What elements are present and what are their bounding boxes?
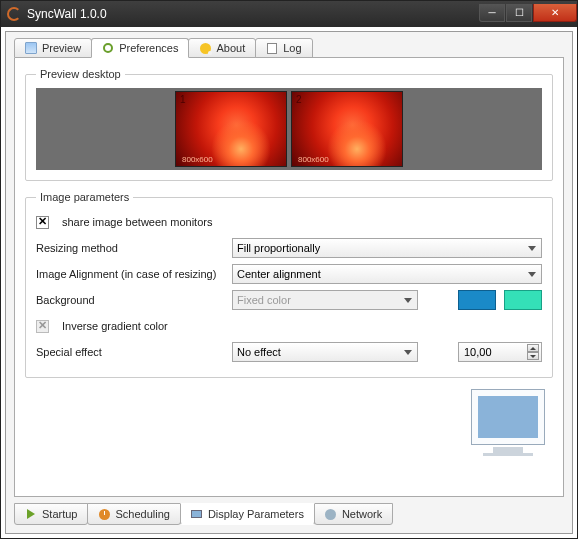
- effect-label: Special effect: [36, 346, 102, 358]
- share-image-checkbox[interactable]: [36, 216, 49, 229]
- close-button[interactable]: ✕: [533, 4, 577, 22]
- globe-icon: [325, 509, 336, 520]
- clock-icon: [99, 509, 110, 520]
- maximize-button[interactable]: ☐: [506, 4, 532, 22]
- tab-label: Network: [342, 508, 382, 520]
- alignment-value: Center alignment: [237, 268, 321, 280]
- tab-label: About: [216, 42, 245, 54]
- tab-about[interactable]: About: [188, 38, 256, 58]
- tab-preferences[interactable]: Preferences: [91, 38, 189, 58]
- titlebar[interactable]: SyncWall 1.0.0 ─ ☐ ✕: [1, 1, 577, 27]
- tab-preview[interactable]: Preview: [14, 38, 92, 58]
- minimize-button[interactable]: ─: [479, 4, 505, 22]
- spinner-up[interactable]: [527, 344, 539, 352]
- client-area: Preview Preferences About Log Preview de…: [5, 31, 573, 534]
- startup-icon: [27, 509, 35, 519]
- window-title: SyncWall 1.0.0: [27, 7, 478, 21]
- monitor-index: 1: [180, 94, 186, 105]
- tab-scheduling[interactable]: Scheduling: [87, 503, 180, 525]
- app-window: SyncWall 1.0.0 ─ ☐ ✕ Preview Preferences…: [0, 0, 578, 539]
- monitor-thumb-1[interactable]: 1 800x600: [175, 91, 287, 167]
- effect-spinner[interactable]: 10,00: [458, 342, 542, 362]
- params-legend: Image parameters: [36, 191, 133, 203]
- tab-label: Display Parameters: [208, 508, 304, 520]
- effect-combo[interactable]: No effect: [232, 342, 418, 362]
- inverse-gradient-label: Inverse gradient color: [62, 320, 168, 332]
- about-icon: [200, 43, 211, 54]
- share-image-label: share image between monitors: [62, 216, 212, 228]
- preferences-pane: Preview desktop 1 800x600 2 800x600 Imag…: [14, 58, 564, 497]
- tab-display-parameters[interactable]: Display Parameters: [180, 503, 315, 525]
- color-swatch-1[interactable]: [458, 290, 496, 310]
- monitor-icon: [191, 510, 202, 518]
- color-swatch-2[interactable]: [504, 290, 542, 310]
- monitor-resolution: 800x600: [298, 155, 329, 164]
- inverse-gradient-checkbox: [36, 320, 49, 333]
- preview-desktop-group: Preview desktop 1 800x600 2 800x600: [25, 68, 553, 181]
- tab-startup[interactable]: Startup: [14, 503, 88, 525]
- spinner-down[interactable]: [527, 352, 539, 360]
- background-value: Fixed color: [237, 294, 291, 306]
- monitor-index: 2: [296, 94, 302, 105]
- alignment-combo[interactable]: Center alignment: [232, 264, 542, 284]
- tab-label: Preferences: [119, 42, 178, 54]
- tab-label: Log: [283, 42, 301, 54]
- tab-label: Scheduling: [115, 508, 169, 520]
- alignment-label: Image Alignment (in case of resizing): [36, 268, 216, 280]
- preview-legend: Preview desktop: [36, 68, 125, 80]
- log-icon: [267, 43, 277, 54]
- top-tab-bar: Preview Preferences About Log: [6, 32, 572, 58]
- tab-network[interactable]: Network: [314, 503, 393, 525]
- monitor-resolution: 800x600: [182, 155, 213, 164]
- tab-log[interactable]: Log: [255, 38, 312, 58]
- background-combo: Fixed color: [232, 290, 418, 310]
- resizing-value: Fill proportionally: [237, 242, 320, 254]
- gear-icon: [103, 43, 113, 53]
- image-parameters-group: Image parameters share image between mon…: [25, 191, 553, 378]
- background-label: Background: [36, 294, 95, 306]
- effect-value: No effect: [237, 346, 281, 358]
- bottom-tab-bar: Startup Scheduling Display Parameters Ne…: [6, 503, 572, 533]
- monitor-thumb-2[interactable]: 2 800x600: [291, 91, 403, 167]
- tab-label: Startup: [42, 508, 77, 520]
- resizing-combo[interactable]: Fill proportionally: [232, 238, 542, 258]
- monitors-preview: 1 800x600 2 800x600: [36, 88, 542, 170]
- resizing-label: Resizing method: [36, 242, 118, 254]
- monitor-illustration: [471, 389, 545, 456]
- spinner-value: 10,00: [464, 346, 492, 358]
- app-icon: [7, 7, 21, 21]
- tab-label: Preview: [42, 42, 81, 54]
- preview-icon: [25, 42, 37, 54]
